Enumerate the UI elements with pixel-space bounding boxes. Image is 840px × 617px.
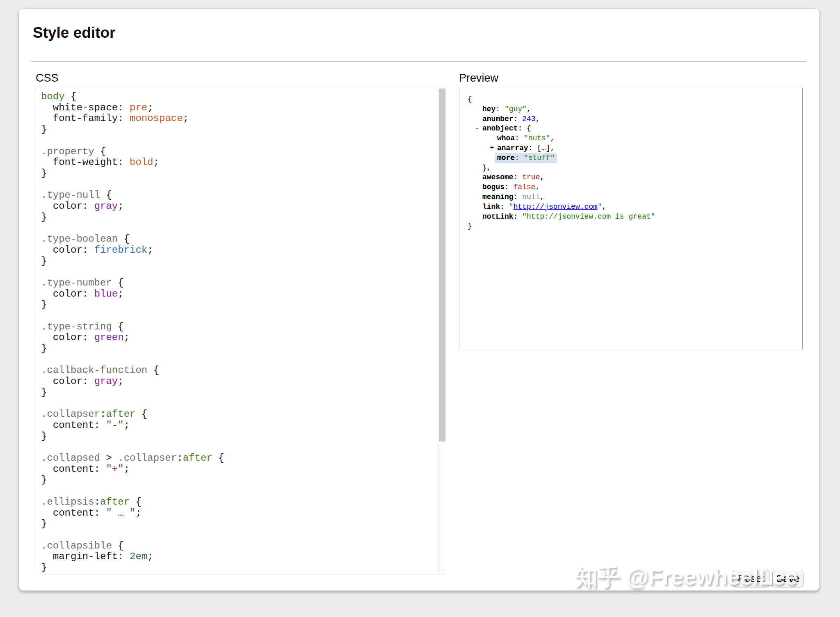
preview-token-pln: , [536,183,540,191]
preview-token-num: 243 [522,115,535,123]
css-editor[interactable]: body { white-space: pre; font-family: mo… [36,88,446,574]
preview-token-pln: : [495,105,504,113]
css-editor-scrollbar-thumb[interactable] [439,89,445,441]
css-code-line: } [41,299,438,311]
preview-line: link: "http://jsonview.com", [459,202,802,212]
css-code-line [41,179,438,190]
css-code-line: color: gray; [41,201,438,212]
css-code-line: content: "-"; [41,420,438,431]
title-divider [31,61,806,62]
preview-token-pln: } [468,222,472,230]
preview-line: whoa: "nuts", [459,134,802,144]
css-code-line: white-space: pre; [41,103,438,114]
css-code-line: .type-number { [41,278,438,289]
preview-token-pln: : [514,115,523,123]
css-code-line: color: gray; [41,376,438,387]
css-code-line: } [41,256,438,267]
css-code-line: .type-boolean { [41,234,438,245]
css-code-line: } [41,475,438,486]
preview-token-null: null [522,193,540,201]
css-code-line: } [41,562,438,574]
css-code-line: } [41,212,438,223]
css-code-line [41,486,438,497]
css-code-line: margin-left: 2em; [41,551,438,562]
preview-token-pln: , [527,105,531,113]
preview-token-bool: false [514,183,536,191]
css-code[interactable]: body { white-space: pre; font-family: mo… [36,88,438,574]
preview-token-pln: , [550,134,555,142]
css-code-line: .callback-function { [41,365,438,376]
css-code-line [41,135,438,146]
json-preview-content: {hey: "guy",anumber: 243,-anobject: {who… [459,88,802,349]
preview-token-name: anobject [482,124,518,133]
preview-token-name: awesome [482,173,514,181]
css-code-line [41,398,438,409]
preview-line: hey: "guy", [459,105,802,114]
css-code-line: font-family: monospace; [41,113,438,124]
css-code-line: .type-string { [41,322,438,333]
preview-token-pln: : [514,213,523,221]
preview-token-pln: : [500,203,509,211]
preview-line: } [459,222,802,231]
css-code-line: .type-null { [41,190,438,201]
css-editor-scrollbar[interactable] [438,88,446,574]
css-code-line [41,530,438,541]
css-code-line: } [41,387,438,398]
preview-line: +anarray: […], [459,144,802,153]
preview-line: meaning: null, [459,192,802,202]
css-code-line [41,354,438,366]
css-code-line [41,442,438,453]
preview-token-pln: : [504,183,514,191]
save-button[interactable]: Save [772,570,803,587]
reset-button[interactable]: Reset [733,570,769,587]
preview-token-name: hey [482,105,495,113]
collapser-collapsed-icon[interactable]: + [490,144,494,153]
css-code-line: .collapsed > .collapser:after { [41,453,438,464]
css-code-line: color: blue; [41,289,438,300]
css-code-line [41,311,438,322]
preview-line: more: "stuff" [459,153,802,163]
css-panel-label: CSS [36,72,59,85]
css-code-line: content: "+"; [41,464,438,475]
preview-token-pln: : […], [528,144,555,152]
preview-token-pln: : [514,173,523,181]
preview-token-st: "guy" [504,105,527,113]
css-code-line [41,267,438,278]
css-code-line: } [41,168,438,179]
css-code-line: } [41,124,438,135]
selected-text-highlight: more: "stuff" [495,153,557,163]
css-code-line: .collapsible { [41,541,438,552]
preview-token-pln: : [515,154,524,162]
page-title: Style editor [33,24,116,41]
preview-token-st: " [509,203,514,211]
css-code-line: color: firebrick; [41,245,438,256]
preview-token-pln: }, [482,164,491,172]
css-code-line [41,223,438,234]
css-code-line: } [41,519,438,530]
url-link[interactable]: http://jsonview.com [514,203,598,211]
css-code-line: } [41,343,438,354]
preview-token-st: " [598,203,602,211]
preview-token-pln: , [536,115,540,123]
preview-token-bool: true [522,173,540,181]
preview-token-pln: { [468,95,472,103]
collapser-expanded-icon[interactable]: - [475,124,479,134]
style-editor-card: Style editor CSS body { white-space: pre… [19,8,819,591]
css-code-line: content: " … "; [41,508,438,519]
preview-token-name: whoa [497,134,515,142]
preview-line: -anobject: { [459,124,802,134]
preview-line: { [459,95,802,105]
preview-panel-label: Preview [459,72,498,85]
css-code-line: .ellipsis:after { [41,497,438,508]
css-code-line: font-weight: bold; [41,157,438,168]
preview-token-name: anarray [497,144,528,152]
preview-token-name: anumber [482,115,514,123]
preview-token-pln: : [515,134,524,142]
css-code-line: .property { [41,146,438,158]
preview-line: awesome: true, [459,173,802,183]
preview-line: bogus: false, [459,183,802,192]
css-code-line: color: green; [41,332,438,343]
preview-token-pln: : { [518,124,531,133]
css-code-line: body { [41,91,438,103]
preview-token-pln: , [602,203,607,211]
